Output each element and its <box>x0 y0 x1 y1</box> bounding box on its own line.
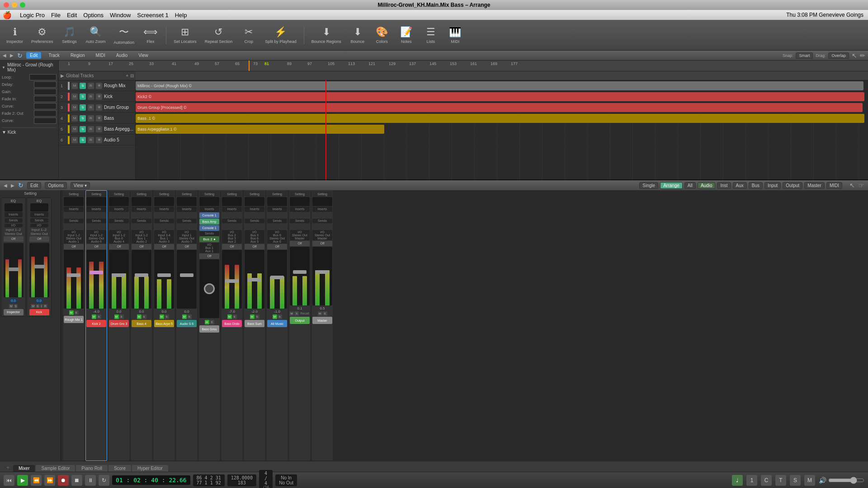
preferences-button[interactable]: ⚙ Preferences <box>28 24 56 46</box>
tab-mixer[interactable]: Mixer <box>13 465 35 472</box>
ch-fader-knob-12[interactable] <box>316 270 329 274</box>
tab-view[interactable]: View <box>135 52 152 59</box>
ch-name-10[interactable]: All Music <box>267 320 287 327</box>
ch-eq-9[interactable] <box>245 197 264 206</box>
notes-button[interactable]: 📝 Notes <box>396 24 417 46</box>
ch-m-4[interactable]: M <box>137 314 142 319</box>
ch-eq-10[interactable] <box>267 197 287 206</box>
ch-s-9[interactable]: S <box>255 314 259 319</box>
set-locators-button[interactable]: ⊞ Set Locators <box>171 24 199 46</box>
cs-r-btn2[interactable]: R <box>43 304 47 308</box>
ch-name-8[interactable]: Bass Disto <box>222 320 242 327</box>
auto-zoom-button[interactable]: 🔍 Auto Zoom <box>83 24 108 46</box>
ch-off-4[interactable]: Off <box>132 244 151 249</box>
tab-sample-editor[interactable]: Sample Editor <box>36 465 75 472</box>
track-mute-btn[interactable]: M <box>71 126 78 132</box>
ch-eq-5[interactable] <box>154 197 174 206</box>
ch-off-8[interactable]: Off <box>222 244 242 249</box>
cs-i-btn2[interactable]: I <box>40 304 43 308</box>
region-bass[interactable]: Bass .1 © <box>136 114 864 123</box>
ch-setting-11[interactable]: Setting <box>290 191 310 197</box>
track-mute-btn[interactable]: M <box>71 115 78 122</box>
ch-setting-8[interactable]: Setting <box>222 191 242 197</box>
ch-setting-12[interactable]: Setting <box>312 191 332 197</box>
track-freeze-btn[interactable]: ❄ <box>96 104 102 111</box>
track-header-bass-arp[interactable]: 5 M S R ❄ Bass Arpegg... <box>59 124 135 135</box>
mixer-hand-tool[interactable]: ☞ <box>859 182 864 189</box>
region-rough-mix[interactable]: Milliroc - Growl (Rough Mix) © <box>136 81 863 90</box>
cycle-button[interactable]: ↻ <box>99 475 109 486</box>
mixer-mode-bus[interactable]: Bus <box>749 182 763 189</box>
curve2-input[interactable] <box>34 117 57 124</box>
delay-input[interactable] <box>34 81 57 88</box>
track-rec-btn[interactable]: R <box>88 115 94 122</box>
midi-in-button[interactable]: M <box>804 475 815 486</box>
cs-m-btn2[interactable]: M <box>31 304 35 308</box>
menu-edit[interactable]: Edit <box>67 12 77 19</box>
snap-value[interactable]: Smart <box>796 52 813 59</box>
inspector-button[interactable]: ℹ Inspector <box>4 24 26 46</box>
mixer-mode-aux[interactable]: Aux <box>733 182 747 189</box>
ch-eq-6[interactable] <box>177 197 197 206</box>
ch-m-10[interactable]: M <box>273 314 277 319</box>
mixer-mode-midi[interactable]: MIDI <box>826 182 842 189</box>
mixer-mode-output[interactable]: Output <box>783 182 802 189</box>
cs-off-btn2[interactable]: Off <box>29 236 49 242</box>
cs-eq-display[interactable] <box>5 203 23 211</box>
inspector-collapse[interactable]: ▼ <box>2 66 5 70</box>
ch-m-11[interactable]: M <box>289 311 294 316</box>
track-mute-btn[interactable]: M <box>71 83 78 89</box>
ch-m-12[interactable]: M <box>318 311 322 316</box>
region-drum-group[interactable]: Drum Group [Processed] © <box>136 103 863 112</box>
ch-eq-8[interactable] <box>222 197 242 206</box>
maximize-button[interactable] <box>20 2 25 8</box>
ch-setting-9[interactable]: Setting <box>245 191 264 197</box>
metronome-button[interactable]: ♩ <box>732 475 743 486</box>
ch-off-11[interactable]: Off <box>290 241 310 246</box>
track-rec-btn[interactable]: R <box>88 94 94 100</box>
time-signature-display[interactable]: 4 / 4 /16 <box>259 470 273 488</box>
mixer-scroll-left[interactable]: ◀ <box>4 183 7 188</box>
cs-eq-display2[interactable] <box>30 203 48 211</box>
mixer-options-btn[interactable]: Options <box>45 182 66 189</box>
ch-m-5[interactable]: M <box>160 314 164 319</box>
curve1-input[interactable] <box>34 103 57 109</box>
record-button[interactable]: ⏺ <box>58 475 69 486</box>
ch-name-11[interactable]: Output <box>290 317 310 324</box>
track-freeze-btn[interactable]: ❄ <box>96 126 102 132</box>
ch-off-9[interactable]: Off <box>245 244 264 249</box>
bounce-regions-button[interactable]: ⬇ Bounce Regions <box>309 24 344 46</box>
ch-s-1[interactable]: S <box>74 310 79 315</box>
track-solo-btn[interactable]: S <box>80 104 86 111</box>
ch-setting-7[interactable]: Setting <box>199 191 219 197</box>
track-rec-btn[interactable]: R <box>88 137 94 143</box>
stop-button[interactable]: ⏹ <box>71 475 82 486</box>
ch-setting-6[interactable]: Setting <box>177 191 197 197</box>
track-mute-btn[interactable]: M <box>71 137 78 143</box>
tempo-display[interactable]: 128.0000 183 <box>227 474 256 486</box>
ch-recall-btn-11[interactable]: Recall <box>299 311 310 316</box>
track-freeze-btn[interactable]: ❄ <box>96 137 102 143</box>
track-header-drum-group[interactable]: 3 M S R ❄ Drum Group <box>59 102 135 113</box>
menu-screenset[interactable]: Screenset 1 <box>137 12 168 19</box>
ch-off-12[interactable]: Off <box>312 241 332 246</box>
track-rec-btn[interactable]: R <box>88 83 94 89</box>
ch-fader-knob-10[interactable] <box>270 276 284 279</box>
ch-fader-knob-3[interactable] <box>112 273 126 277</box>
track-freeze-btn[interactable]: ❄ <box>96 83 102 89</box>
ch-fader-knob-5[interactable] <box>157 273 171 277</box>
ch-name-9[interactable]: Bass Sum <box>245 320 264 327</box>
ch-off-10[interactable]: Off <box>267 244 287 249</box>
track-mute-btn[interactable]: M <box>71 94 78 100</box>
track-solo-btn[interactable]: S <box>80 115 86 122</box>
mixer-view-btn[interactable]: View ▾ <box>71 182 90 189</box>
bounce-button[interactable]: ⬇ Bounce <box>347 24 368 46</box>
arrange-scroll-right[interactable]: ▶ <box>10 53 14 58</box>
ch-s-5[interactable]: S <box>165 314 169 319</box>
close-button[interactable] <box>4 2 9 8</box>
mixer-scroll-right[interactable]: ▶ <box>11 183 14 188</box>
mixer-edit-btn[interactable]: Edit <box>27 182 41 189</box>
ch-name-4[interactable]: Bass 4 <box>132 320 151 327</box>
mixer-add-btn[interactable]: + <box>4 464 12 472</box>
ch-eq-12[interactable] <box>312 197 332 206</box>
